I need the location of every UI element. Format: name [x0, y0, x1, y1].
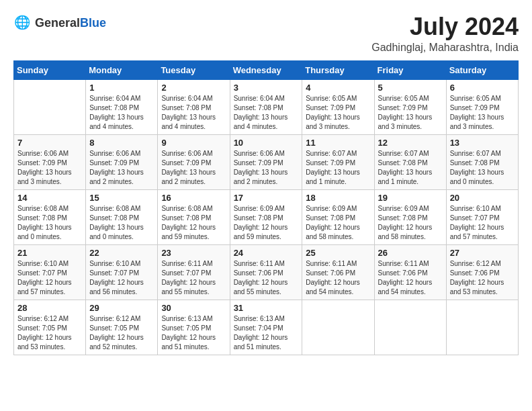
- title-block: July 2024 Gadhinglaj, Maharashtra, India: [371, 13, 519, 54]
- day-info: Sunrise: 6:12 AMSunset: 7:05 PMDaylight:…: [17, 314, 82, 352]
- logo-icon: 🌐: [13, 13, 32, 32]
- day-info: Sunrise: 6:11 AMSunset: 7:06 PMDaylight:…: [306, 259, 370, 297]
- day-info: Sunrise: 6:06 AMSunset: 7:09 PMDaylight:…: [234, 149, 299, 187]
- day-number: 27: [450, 248, 515, 258]
- day-cell: 10Sunrise: 6:06 AMSunset: 7:09 PMDayligh…: [230, 134, 302, 189]
- col-header-wednesday: Wednesday: [230, 60, 302, 79]
- day-number: 10: [234, 138, 299, 148]
- day-number: 5: [378, 83, 443, 93]
- col-header-friday: Friday: [374, 60, 446, 79]
- day-number: 21: [17, 248, 82, 258]
- day-info: Sunrise: 6:06 AMSunset: 7:09 PMDaylight:…: [17, 149, 82, 187]
- day-info: Sunrise: 6:08 AMSunset: 7:08 PMDaylight:…: [161, 204, 226, 242]
- day-cell: 5Sunrise: 6:05 AMSunset: 7:09 PMDaylight…: [374, 79, 446, 134]
- day-cell: 31Sunrise: 6:13 AMSunset: 7:04 PMDayligh…: [230, 300, 302, 355]
- day-number: 25: [306, 248, 370, 258]
- day-cell: 22Sunrise: 6:10 AMSunset: 7:07 PMDayligh…: [86, 244, 158, 300]
- day-cell: 16Sunrise: 6:08 AMSunset: 7:08 PMDayligh…: [158, 189, 230, 244]
- day-info: Sunrise: 6:10 AMSunset: 7:07 PMDaylight:…: [89, 259, 154, 297]
- day-cell: 29Sunrise: 6:12 AMSunset: 7:05 PMDayligh…: [86, 300, 158, 355]
- day-info: Sunrise: 6:04 AMSunset: 7:08 PMDaylight:…: [161, 94, 226, 132]
- day-cell: 11Sunrise: 6:07 AMSunset: 7:09 PMDayligh…: [302, 134, 374, 189]
- day-info: Sunrise: 6:04 AMSunset: 7:08 PMDaylight:…: [234, 94, 299, 132]
- day-info: Sunrise: 6:09 AMSunset: 7:08 PMDaylight:…: [378, 204, 443, 242]
- day-number: 22: [89, 248, 154, 258]
- month-title: July 2024: [371, 13, 519, 40]
- day-info: Sunrise: 6:06 AMSunset: 7:09 PMDaylight:…: [89, 149, 154, 187]
- day-info: Sunrise: 6:07 AMSunset: 7:08 PMDaylight:…: [378, 149, 443, 187]
- day-number: 2: [161, 83, 226, 93]
- day-number: 28: [17, 303, 82, 313]
- day-cell: [302, 300, 374, 355]
- day-number: 12: [378, 138, 443, 148]
- col-header-sunday: Sunday: [14, 60, 86, 79]
- day-info: Sunrise: 6:06 AMSunset: 7:09 PMDaylight:…: [161, 149, 226, 187]
- day-number: 3: [234, 83, 299, 93]
- day-number: 18: [306, 193, 370, 203]
- day-number: 31: [234, 303, 299, 313]
- logo: 🌐 General Blue: [13, 13, 106, 32]
- col-header-tuesday: Tuesday: [158, 60, 230, 79]
- day-info: Sunrise: 6:11 AMSunset: 7:07 PMDaylight:…: [161, 259, 226, 297]
- day-info: Sunrise: 6:13 AMSunset: 7:05 PMDaylight:…: [161, 314, 226, 352]
- day-info: Sunrise: 6:09 AMSunset: 7:08 PMDaylight:…: [306, 204, 370, 242]
- day-cell: [374, 300, 446, 355]
- day-cell: 13Sunrise: 6:07 AMSunset: 7:08 PMDayligh…: [446, 134, 518, 189]
- day-cell: 28Sunrise: 6:12 AMSunset: 7:05 PMDayligh…: [14, 300, 86, 355]
- day-cell: 18Sunrise: 6:09 AMSunset: 7:08 PMDayligh…: [302, 189, 374, 244]
- day-cell: 25Sunrise: 6:11 AMSunset: 7:06 PMDayligh…: [302, 244, 374, 300]
- day-number: 15: [89, 193, 154, 203]
- col-header-monday: Monday: [86, 60, 158, 79]
- day-info: Sunrise: 6:09 AMSunset: 7:08 PMDaylight:…: [234, 204, 299, 242]
- day-cell: 8Sunrise: 6:06 AMSunset: 7:09 PMDaylight…: [86, 134, 158, 189]
- day-number: 19: [378, 193, 443, 203]
- day-cell: 24Sunrise: 6:11 AMSunset: 7:06 PMDayligh…: [230, 244, 302, 300]
- day-info: Sunrise: 6:11 AMSunset: 7:06 PMDaylight:…: [378, 259, 443, 297]
- week-row-3: 14Sunrise: 6:08 AMSunset: 7:08 PMDayligh…: [14, 189, 519, 244]
- day-number: 14: [17, 193, 82, 203]
- location-title: Gadhinglaj, Maharashtra, India: [371, 42, 519, 54]
- day-number: 8: [89, 138, 154, 148]
- day-cell: [446, 300, 518, 355]
- day-number: 11: [306, 138, 370, 148]
- day-number: 16: [161, 193, 226, 203]
- logo-general-text: General: [35, 17, 80, 29]
- day-number: 26: [378, 248, 443, 258]
- week-row-4: 21Sunrise: 6:10 AMSunset: 7:07 PMDayligh…: [14, 244, 519, 300]
- week-row-1: 1Sunrise: 6:04 AMSunset: 7:08 PMDaylight…: [14, 79, 519, 134]
- day-cell: 20Sunrise: 6:10 AMSunset: 7:07 PMDayligh…: [446, 189, 518, 244]
- day-number: 30: [161, 303, 226, 313]
- day-number: 9: [161, 138, 226, 148]
- day-number: 1: [89, 83, 154, 93]
- col-header-saturday: Saturday: [446, 60, 518, 79]
- day-info: Sunrise: 6:05 AMSunset: 7:09 PMDaylight:…: [306, 94, 370, 132]
- day-cell: 17Sunrise: 6:09 AMSunset: 7:08 PMDayligh…: [230, 189, 302, 244]
- day-cell: [14, 79, 86, 134]
- calendar-header-row: SundayMondayTuesdayWednesdayThursdayFrid…: [14, 60, 519, 79]
- svg-text:🌐: 🌐: [14, 14, 31, 30]
- day-info: Sunrise: 6:08 AMSunset: 7:08 PMDaylight:…: [17, 204, 82, 242]
- day-info: Sunrise: 6:13 AMSunset: 7:04 PMDaylight:…: [234, 314, 299, 352]
- day-cell: 23Sunrise: 6:11 AMSunset: 7:07 PMDayligh…: [158, 244, 230, 300]
- day-cell: 4Sunrise: 6:05 AMSunset: 7:09 PMDaylight…: [302, 79, 374, 134]
- day-info: Sunrise: 6:07 AMSunset: 7:08 PMDaylight:…: [450, 149, 515, 187]
- page-header: 🌐 General Blue July 2024 Gadhinglaj, Mah…: [13, 13, 519, 54]
- day-cell: 1Sunrise: 6:04 AMSunset: 7:08 PMDaylight…: [86, 79, 158, 134]
- day-number: 6: [450, 83, 515, 93]
- day-cell: 2Sunrise: 6:04 AMSunset: 7:08 PMDaylight…: [158, 79, 230, 134]
- day-cell: 7Sunrise: 6:06 AMSunset: 7:09 PMDaylight…: [14, 134, 86, 189]
- day-info: Sunrise: 6:05 AMSunset: 7:09 PMDaylight:…: [450, 94, 515, 132]
- calendar-table: SundayMondayTuesdayWednesdayThursdayFrid…: [13, 60, 519, 355]
- day-info: Sunrise: 6:05 AMSunset: 7:09 PMDaylight:…: [378, 94, 443, 132]
- day-number: 7: [17, 138, 82, 148]
- day-number: 20: [450, 193, 515, 203]
- day-cell: 27Sunrise: 6:12 AMSunset: 7:06 PMDayligh…: [446, 244, 518, 300]
- day-cell: 3Sunrise: 6:04 AMSunset: 7:08 PMDaylight…: [230, 79, 302, 134]
- day-number: 29: [89, 303, 154, 313]
- day-info: Sunrise: 6:12 AMSunset: 7:05 PMDaylight:…: [89, 314, 154, 352]
- day-number: 23: [161, 248, 226, 258]
- day-cell: 12Sunrise: 6:07 AMSunset: 7:08 PMDayligh…: [374, 134, 446, 189]
- day-cell: 19Sunrise: 6:09 AMSunset: 7:08 PMDayligh…: [374, 189, 446, 244]
- col-header-thursday: Thursday: [302, 60, 374, 79]
- day-cell: 9Sunrise: 6:06 AMSunset: 7:09 PMDaylight…: [158, 134, 230, 189]
